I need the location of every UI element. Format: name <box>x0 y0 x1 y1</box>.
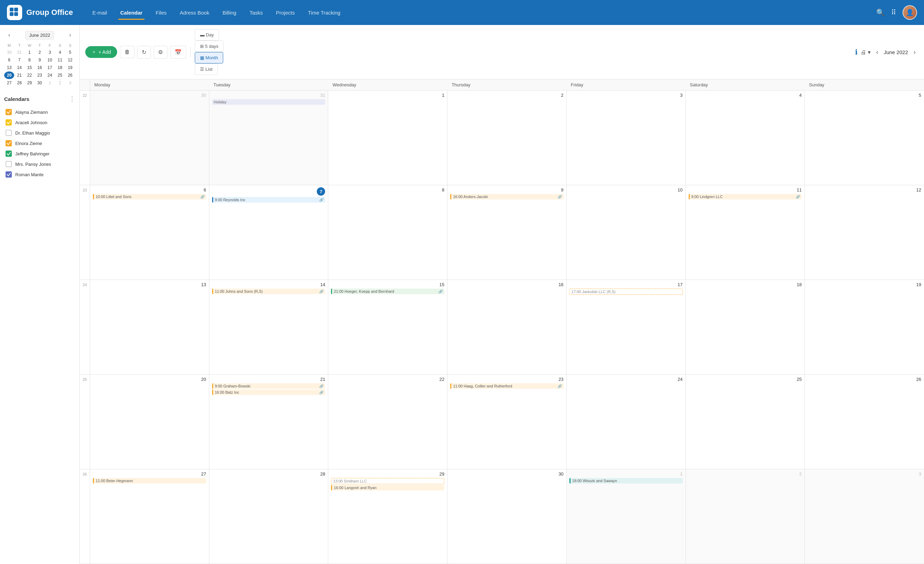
calendar-day-cell[interactable]: 24 <box>567 374 686 469</box>
calendar-day-cell[interactable]: 16 <box>447 280 567 374</box>
mini-cal-day[interactable]: 9 <box>34 56 45 64</box>
mini-cal-day[interactable]: 1 <box>25 48 34 56</box>
nav-link-adress-book[interactable]: Adress Book <box>174 7 215 18</box>
logo-area[interactable]: Group Office <box>7 5 73 20</box>
calendar-event[interactable]: 9:00 Reynolds Inc🔗 <box>212 197 326 203</box>
calendar-item[interactable]: Elnora Zieme <box>4 138 75 149</box>
calendar-day-cell[interactable]: 3 <box>567 90 686 185</box>
mini-cal-day[interactable]: 23 <box>34 71 45 79</box>
mini-cal-day[interactable]: 24 <box>45 71 55 79</box>
calendars-more-icon[interactable]: ⋮ <box>69 95 75 103</box>
calendar-item[interactable]: Alayna Ziemann <box>4 107 75 117</box>
view-btn-month[interactable]: ▦ Month <box>195 52 223 63</box>
mini-cal-day[interactable]: 2 <box>55 79 65 87</box>
calendar-event[interactable]: 9:00 Lindgren LLC🔗 <box>688 194 802 200</box>
calendar-item[interactable]: Araceli Johnson <box>4 117 75 128</box>
calendar-icon-button[interactable]: 📅 <box>170 46 186 59</box>
mini-cal-day[interactable]: 20 <box>4 71 14 79</box>
calendar-checkbox[interactable] <box>6 140 12 146</box>
mini-cal-day[interactable]: 19 <box>65 64 75 71</box>
refresh-button[interactable]: ↻ <box>137 46 151 59</box>
mini-cal-day[interactable]: 5 <box>65 48 75 56</box>
calendar-day-cell[interactable]: 25 <box>686 374 805 469</box>
calendar-day-cell[interactable]: 79:00 Reynolds Inc🔗 <box>209 185 328 280</box>
calendar-day-cell[interactable]: 119:00 Lindgren LLC🔗 <box>686 185 805 280</box>
mini-cal-day[interactable]: 6 <box>4 56 14 64</box>
calendar-day-cell[interactable]: 2913:00 Smitham LLC16:00 Langosh and Rya… <box>328 469 447 564</box>
next-month-button[interactable]: › <box>911 47 918 57</box>
mini-cal-day[interactable]: 8 <box>25 56 34 64</box>
calendar-item[interactable]: Mrs. Pansy Jones <box>4 159 75 169</box>
mini-cal-day[interactable]: 3 <box>65 79 75 87</box>
calendar-item[interactable]: Roman Mante <box>4 169 75 180</box>
mini-cal-day[interactable]: 13 <box>4 64 14 71</box>
nav-link-time-tracking[interactable]: Time Tracking <box>302 7 346 18</box>
mini-cal-day[interactable]: 12 <box>65 56 75 64</box>
nav-link-e-mail[interactable]: E-mail <box>87 7 112 18</box>
mini-cal-month[interactable]: June 2022 <box>25 31 54 39</box>
mini-cal-day[interactable]: 10 <box>45 56 55 64</box>
mini-cal-day[interactable]: 11 <box>55 56 65 64</box>
mini-cal-day[interactable]: 30 <box>34 79 45 87</box>
calendar-day-cell[interactable]: 10 <box>567 185 686 280</box>
settings-button[interactable]: ⚙ <box>153 46 167 59</box>
mini-cal-day[interactable]: 26 <box>65 71 75 79</box>
mini-cal-day[interactable]: 21 <box>14 71 24 79</box>
calendar-day-cell[interactable]: 12 <box>805 185 924 280</box>
calendar-day-cell[interactable]: 1717:00 Jaskolski LLC (R,S) <box>567 280 686 374</box>
calendar-event[interactable]: 11:00 Haag, Collier and Rutherford🔗 <box>450 383 564 389</box>
calendar-day-cell[interactable]: 2311:00 Haag, Collier and Rutherford🔗 <box>447 374 567 469</box>
calendar-event[interactable]: Holiday <box>212 99 326 105</box>
add-button[interactable]: ＋ + Add <box>85 46 117 58</box>
calendar-event[interactable]: 13:00 Smitham LLC <box>331 478 444 484</box>
mini-cal-day[interactable]: 25 <box>55 71 65 79</box>
calendar-event[interactable]: 9:00 Graham-Bowski🔗 <box>212 383 326 389</box>
mini-cal-day[interactable]: 4 <box>55 48 65 56</box>
calendar-day-cell[interactable]: 1411:00 Johns and Sons (R,S)🔗 <box>209 280 328 374</box>
view-btn-day[interactable]: ▬ Day <box>195 29 219 41</box>
mini-cal-prev[interactable]: ‹ <box>6 30 13 39</box>
calendar-day-cell[interactable]: 2711:00 Beier-Hegmann <box>90 469 209 564</box>
calendar-day-cell[interactable]: 22 <box>328 374 447 469</box>
calendar-event[interactable]: 11:00 Beier-Hegmann <box>93 478 206 484</box>
search-icon[interactable]: 🔍 <box>876 8 885 17</box>
calendar-day-cell[interactable]: 2 <box>447 90 567 185</box>
mini-cal-day[interactable]: 18 <box>55 64 65 71</box>
calendar-day-cell[interactable]: 31Holiday <box>209 90 328 185</box>
calendar-day-cell[interactable]: 19 <box>805 280 924 374</box>
nav-link-billing[interactable]: Billing <box>217 7 242 18</box>
delete-button[interactable]: 🗑 <box>120 46 135 58</box>
apps-grid-icon[interactable]: ⠿ <box>891 8 896 17</box>
view-btn-list[interactable]: ☰ List <box>195 63 218 75</box>
calendar-item[interactable]: Jeffrey Bahringer <box>4 149 75 159</box>
calendar-event[interactable]: 11:00 Johns and Sons (R,S)🔗 <box>212 289 326 294</box>
calendar-day-cell[interactable]: 18 <box>686 280 805 374</box>
mini-cal-day[interactable]: 30 <box>4 48 14 56</box>
mini-cal-day[interactable]: 1 <box>45 79 55 87</box>
mini-cal-day[interactable]: 14 <box>14 64 24 71</box>
calendar-day-cell[interactable]: 610:00 Littel and Sons🔗 <box>90 185 209 280</box>
mini-cal-day[interactable]: 28 <box>14 79 24 87</box>
calendar-day-cell[interactable]: 118:00 Wisozk and Sawayn <box>567 469 686 564</box>
mini-cal-day[interactable]: 31 <box>14 48 24 56</box>
calendar-day-cell[interactable]: 916:00 Anders-Jacobi🔗 <box>447 185 567 280</box>
mini-cal-day[interactable]: 27 <box>4 79 14 87</box>
calendar-day-cell[interactable]: 1 <box>328 90 447 185</box>
mini-cal-day[interactable]: 2 <box>34 48 45 56</box>
calendar-checkbox[interactable] <box>6 161 12 167</box>
calendar-day-cell[interactable]: 13 <box>90 280 209 374</box>
mini-cal-day[interactable]: 16 <box>34 64 45 71</box>
calendar-checkbox[interactable] <box>6 109 12 115</box>
calendar-checkbox[interactable] <box>6 119 12 126</box>
info-button[interactable]: ℹ <box>855 48 858 56</box>
calendar-day-cell[interactable]: 2 <box>686 469 805 564</box>
calendar-day-cell[interactable]: 8 <box>328 185 447 280</box>
calendar-event[interactable]: 18:00 Wisozk and Sawayn <box>570 478 683 484</box>
calendar-day-cell[interactable]: 26 <box>805 374 924 469</box>
calendar-checkbox[interactable] <box>6 130 12 136</box>
calendar-day-cell[interactable]: 5 <box>805 90 924 185</box>
mini-cal-day[interactable]: 15 <box>25 64 34 71</box>
nav-link-tasks[interactable]: Tasks <box>244 7 268 18</box>
mini-cal-day[interactable]: 29 <box>25 79 34 87</box>
calendar-day-cell[interactable]: 30 <box>447 469 567 564</box>
